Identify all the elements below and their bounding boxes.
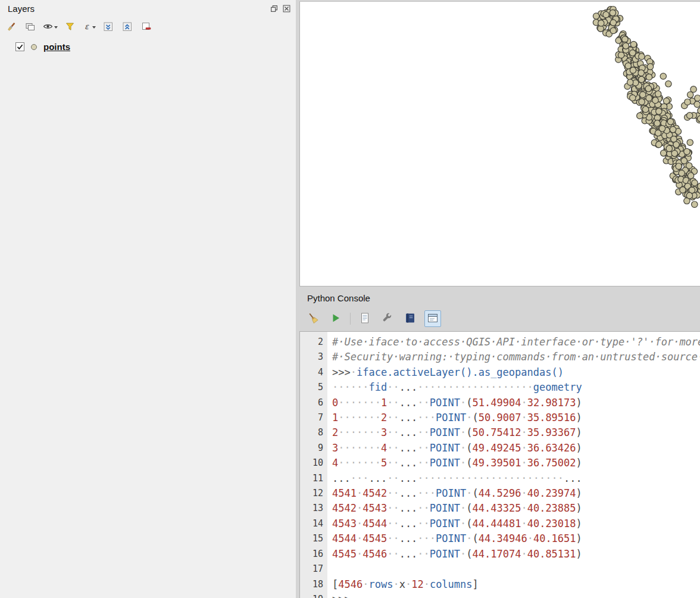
- toolbar-separator: [350, 313, 351, 325]
- options-button[interactable]: [379, 310, 396, 327]
- expand-all-button[interactable]: [101, 20, 116, 35]
- dock-console-button[interactable]: [424, 310, 441, 327]
- layers-panel-title: Layers: [8, 4, 35, 14]
- chevron-down-icon: [92, 26, 96, 29]
- help-book-icon: [404, 312, 416, 326]
- filter-expression-icon: ε: [83, 21, 91, 33]
- close-panel-button[interactable]: [282, 5, 291, 14]
- layers-toolbar: ε: [4, 19, 154, 36]
- show-editor-button[interactable]: [357, 310, 373, 327]
- filter-legend-expression-button[interactable]: ε: [82, 20, 97, 35]
- filter-legend-button[interactable]: [62, 20, 78, 35]
- console-line: 134542·4543··...··POINT·(44.43325·40.238…: [300, 501, 700, 516]
- console-line: 11...···...··...························…: [300, 471, 700, 486]
- add-group-button[interactable]: [23, 20, 38, 35]
- svg-text:ε: ε: [85, 22, 89, 31]
- check-icon: [16, 43, 24, 51]
- open-layer-styling-button[interactable]: [4, 20, 19, 35]
- close-panel-icon: [283, 5, 290, 14]
- layers-panel: Layers: [0, 0, 296, 598]
- styling-brush-icon: [6, 21, 17, 34]
- console-line: 154544·4545··...···POINT·(44.34946·40.16…: [300, 531, 700, 546]
- chevron-down-icon: [54, 26, 58, 29]
- layers-panel-titlebar: Layers: [0, 0, 296, 18]
- console-line: 18[4546·rows·x·12·columns]: [300, 577, 700, 592]
- run-command-icon: [330, 312, 342, 326]
- map-themes-eye-icon: [43, 21, 53, 33]
- clear-console-button[interactable]: [305, 310, 321, 327]
- console-line: 17: [300, 562, 700, 577]
- filter-legend-funnel-icon: [65, 21, 76, 34]
- console-line: 4>>>·iface.activeLayer().as_geopandas(): [300, 365, 700, 380]
- console-line: 144543·4544··...··POINT·(44.44481·40.230…: [300, 516, 700, 531]
- console-line: 60·······1··...··POINT·(51.49904·32.9817…: [300, 395, 700, 410]
- console-line: 104·······5··...··POINT·(49.39501·36.750…: [300, 456, 700, 471]
- run-command-button[interactable]: [327, 310, 344, 327]
- point-symbol-icon: [31, 44, 37, 50]
- console-line: 164545·4546··...··POINT·(44.17074·40.851…: [300, 547, 700, 562]
- python-console-title: Python Console: [307, 293, 370, 303]
- console-line: 82·······3··...··POINT·(50.75412·35.9336…: [300, 425, 700, 440]
- float-panel-button[interactable]: [269, 5, 279, 14]
- console-line: 93·······4··...··POINT·(49.49245·36.6342…: [300, 441, 700, 456]
- console-line: 19>>>·: [300, 592, 700, 598]
- collapse-all-icon: [122, 21, 133, 34]
- console-line: 71·······2··...···POINT·(50.9007·35.8951…: [300, 410, 700, 425]
- remove-layer-icon: [141, 21, 152, 34]
- console-line: 2#·Use·iface·to·access·QGIS·API·interfac…: [300, 335, 700, 350]
- options-wrench-icon: [382, 312, 393, 326]
- remove-layer-button[interactable]: [139, 20, 154, 35]
- map-canvas[interactable]: [299, 1, 700, 286]
- python-console-toolbar: [305, 310, 441, 328]
- show-editor-icon: [359, 312, 371, 326]
- python-console-output[interactable]: 2#·Use·iface·to·access·QGIS·API·interfac…: [299, 331, 700, 598]
- float-panel-icon: [270, 5, 278, 14]
- layer-tree: points: [15, 42, 70, 52]
- layer-label: points: [43, 42, 70, 52]
- layer-item-points[interactable]: points: [15, 42, 70, 52]
- console-line: 124541·4542··...···POINT·(44.5296·40.239…: [300, 486, 700, 501]
- map-points: [300, 2, 700, 286]
- console-lines: 2#·Use·iface·to·access·QGIS·API·interfac…: [300, 332, 700, 598]
- add-group-icon: [25, 21, 36, 34]
- console-line: 5······fid··...···················geomet…: [300, 380, 700, 395]
- expand-all-icon: [103, 21, 114, 34]
- dock-console-icon: [427, 312, 439, 326]
- clear-console-broom-icon: [307, 312, 319, 326]
- manage-map-themes-button[interactable]: [42, 20, 59, 35]
- layer-visibility-checkbox[interactable]: [15, 42, 24, 51]
- console-line: 3#·Security·warning:·typing·commands·fro…: [300, 350, 700, 365]
- help-button[interactable]: [402, 310, 418, 327]
- collapse-all-button[interactable]: [120, 20, 135, 35]
